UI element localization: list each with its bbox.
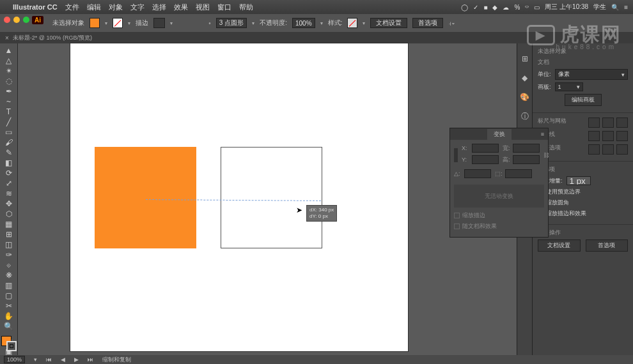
properties-panel-icon[interactable]: ⊞ bbox=[520, 54, 530, 64]
minimize-icon[interactable] bbox=[13, 17, 20, 23]
close-tab-icon[interactable]: × bbox=[5, 34, 9, 42]
app-name[interactable]: Illustrator CC bbox=[13, 3, 58, 11]
y-field[interactable] bbox=[472, 155, 499, 164]
gradient-tool[interactable]: ◫ bbox=[2, 240, 16, 249]
chevron-down-icon[interactable]: ▾ bbox=[34, 356, 37, 363]
menu-object[interactable]: 对象 bbox=[109, 3, 123, 12]
scale-strokes-effects-checkbox[interactable]: 缩放描边和效果 bbox=[538, 209, 628, 218]
artboard-tool[interactable]: ▢ bbox=[2, 291, 16, 300]
magic-wand-tool[interactable]: ✴ bbox=[2, 66, 16, 75]
direct-selection-tool[interactable]: △ bbox=[2, 56, 16, 65]
paintbrush-tool[interactable]: 🖌 bbox=[2, 138, 16, 147]
prefs-button[interactable]: 首选项 bbox=[412, 18, 443, 28]
nav-next-icon[interactable]: ▶ bbox=[74, 356, 79, 363]
menu-file[interactable]: 文件 bbox=[65, 3, 79, 12]
info-panel-icon[interactable]: ⓘ bbox=[520, 111, 530, 121]
menu-effect[interactable]: 效果 bbox=[174, 3, 188, 12]
transparency-toggle-icon[interactable] bbox=[616, 118, 628, 128]
reference-point-picker[interactable] bbox=[454, 148, 458, 162]
snap-pixel-icon[interactable] bbox=[616, 144, 628, 155]
canvas-area[interactable]: ➤ dX: 340 px dY: 0 px 变换≡ X: 宽: Y: 高: ⛓ bbox=[18, 43, 517, 355]
document-tab[interactable]: 未标题-2* @ 100% (RGB/预览) bbox=[13, 34, 92, 42]
symbol-sprayer-tool[interactable]: ❋ bbox=[2, 271, 16, 280]
free-transform-tool[interactable]: ✥ bbox=[2, 199, 16, 208]
graph-tool[interactable]: ▥ bbox=[2, 281, 16, 290]
menu-window[interactable]: 窗口 bbox=[217, 3, 231, 12]
type-tool[interactable]: T bbox=[2, 107, 16, 116]
height-field[interactable] bbox=[513, 155, 540, 164]
brush-field[interactable]: 3 点圆形 bbox=[216, 18, 247, 28]
perspective-tool[interactable]: ▦ bbox=[2, 220, 16, 229]
width-tool[interactable]: ≋ bbox=[2, 189, 16, 198]
line-tool[interactable]: ╱ bbox=[2, 118, 16, 126]
guides-lock-icon[interactable] bbox=[602, 131, 614, 141]
guides-visibility-icon[interactable] bbox=[588, 131, 600, 141]
transform-panel-title[interactable]: 变换 bbox=[487, 129, 512, 140]
outlined-rectangle-shape[interactable] bbox=[221, 147, 322, 248]
rectangle-tool[interactable]: ▭ bbox=[2, 128, 16, 137]
doc-setup-quick-button[interactable]: 文档设置 bbox=[538, 239, 581, 252]
shear-field[interactable] bbox=[505, 169, 532, 178]
pen-tool[interactable]: ✒ bbox=[2, 87, 16, 96]
stroke-color-icon[interactable] bbox=[6, 341, 17, 351]
eyedropper-tool[interactable]: ✑ bbox=[2, 250, 16, 259]
nav-prev-icon[interactable]: ◀ bbox=[61, 356, 65, 363]
artboard[interactable]: ➤ dX: 340 px dY: 0 px bbox=[70, 43, 408, 351]
snap-point-icon[interactable] bbox=[588, 144, 600, 155]
key-increment-field[interactable] bbox=[567, 176, 591, 185]
snap-grid-icon[interactable] bbox=[602, 144, 614, 155]
zoom-tool[interactable]: 🔍 bbox=[2, 322, 16, 331]
spotlight-icon[interactable]: 🔍 bbox=[611, 4, 619, 11]
menu-help[interactable]: 帮助 bbox=[239, 3, 253, 12]
blend-tool[interactable]: ⟐ bbox=[2, 261, 16, 269]
chevron-down-icon[interactable]: ▾ bbox=[252, 20, 254, 26]
align-icon[interactable]: ⫞▾ bbox=[448, 20, 455, 27]
libraries-panel-icon[interactable]: ◆ bbox=[520, 73, 530, 83]
chevron-down-icon[interactable]: ▾ bbox=[105, 20, 107, 26]
window-controls[interactable] bbox=[4, 17, 29, 23]
chevron-down-icon[interactable]: ▾ bbox=[320, 20, 323, 26]
menu-view[interactable]: 视图 bbox=[196, 3, 210, 12]
eraser-tool[interactable]: ◧ bbox=[2, 158, 16, 167]
link-icon[interactable]: ⛓ bbox=[543, 152, 549, 158]
artboard-select[interactable]: 1▾ bbox=[555, 82, 583, 91]
scale-effects-checkbox[interactable]: 随文档和效果 bbox=[454, 222, 544, 231]
color-panel-icon[interactable]: 🎨 bbox=[520, 92, 530, 102]
zoom-level[interactable]: 100% bbox=[4, 356, 25, 363]
nav-last-icon[interactable]: ⏭ bbox=[88, 356, 93, 363]
opacity-field[interactable]: 100% bbox=[292, 18, 315, 28]
stroke-swatch[interactable] bbox=[113, 18, 123, 28]
curvature-tool[interactable]: ~ bbox=[2, 97, 16, 106]
stroke-weight-field[interactable] bbox=[153, 18, 165, 28]
scale-strokes-checkbox[interactable]: 缩放描边 bbox=[454, 211, 544, 220]
doc-setup-button[interactable]: 文档设置 bbox=[370, 18, 407, 28]
orange-rectangle-shape[interactable] bbox=[95, 147, 196, 248]
slice-tool[interactable]: ✂ bbox=[2, 301, 16, 310]
shape-builder-tool[interactable]: ⬡ bbox=[2, 209, 16, 218]
style-swatch[interactable] bbox=[347, 18, 357, 28]
smart-guides-icon[interactable] bbox=[616, 131, 628, 141]
preview-bounds-checkbox[interactable]: 使用预览边界 bbox=[538, 188, 628, 196]
pencil-tool[interactable]: ✎ bbox=[2, 148, 16, 157]
chevron-down-icon[interactable]: ▾ bbox=[363, 20, 365, 26]
scale-corners-checkbox[interactable]: 缩放圆角 bbox=[538, 199, 628, 207]
scale-tool[interactable]: ⤢ bbox=[2, 179, 16, 188]
menu-select[interactable]: 选择 bbox=[152, 3, 166, 12]
chevron-down-icon[interactable]: ▾ bbox=[128, 20, 130, 26]
grid-toggle-icon[interactable] bbox=[602, 118, 614, 128]
angle-field[interactable] bbox=[464, 169, 491, 178]
zoom-icon[interactable] bbox=[23, 17, 29, 23]
transform-panel[interactable]: 变换≡ X: 宽: Y: 高: ⛓ △: ⬚: 无活动变换 缩放描边 随文档和效… bbox=[449, 128, 549, 238]
hand-tool[interactable]: ✋ bbox=[2, 312, 16, 321]
close-icon[interactable] bbox=[4, 17, 10, 23]
prefs-quick-button[interactable]: 首选项 bbox=[586, 239, 629, 252]
rotate-tool[interactable]: ⟳ bbox=[2, 169, 16, 178]
x-field[interactable] bbox=[472, 144, 499, 153]
fill-swatch[interactable] bbox=[90, 18, 100, 28]
nav-first-icon[interactable]: ⏮ bbox=[46, 356, 52, 363]
edit-artboards-button[interactable]: 编辑画板 bbox=[565, 94, 602, 106]
menu-type[interactable]: 文字 bbox=[130, 3, 145, 12]
mesh-tool[interactable]: ⊞ bbox=[2, 230, 16, 239]
chevron-down-icon[interactable]: ▾ bbox=[170, 20, 173, 26]
lasso-tool[interactable]: ◌ bbox=[2, 77, 16, 86]
